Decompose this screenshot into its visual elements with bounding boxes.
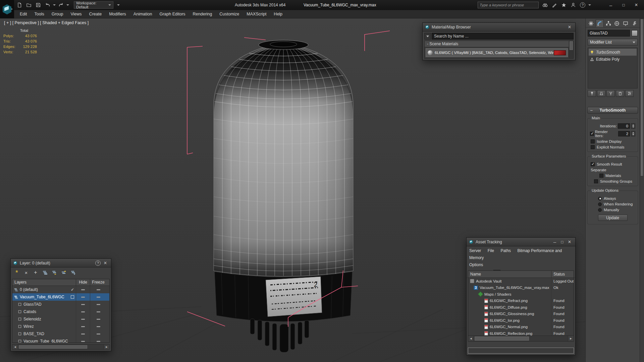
asset-menu-server[interactable]: Server [469,248,481,253]
asset-maximize-button[interactable] [558,239,566,245]
undo-button[interactable] [44,1,52,9]
table-row[interactable]: Maps / Shaders [468,291,574,298]
material-list-scrollbar[interactable] [569,41,573,58]
always-radio[interactable] [598,197,602,200]
scroll-left-icon[interactable]: ◄ [468,336,474,341]
object-name-field[interactable]: GlassTAD [588,30,630,37]
command-panel-scrollbar[interactable] [640,18,644,362]
undo-dropdown-icon[interactable] [53,4,56,6]
tab-modify[interactable] [596,19,604,27]
save-file-button[interactable] [34,1,42,9]
tab-motion[interactable] [613,19,621,27]
when-rendering-radio[interactable] [598,202,602,206]
workspace-extra-dropdown[interactable] [115,1,121,9]
sign-in-button[interactable] [570,1,577,9]
scroll-right-icon[interactable]: ► [568,336,574,341]
layer-close-button[interactable] [102,260,109,266]
layer-row-selected[interactable]: Vacuum_Tube_6L6WGC [12,293,109,301]
column-hide[interactable]: Hide [76,279,90,286]
materials-checkbox[interactable] [599,174,603,178]
vacuum-tube-model[interactable]: 2 [214,40,353,352]
menu-rendering[interactable]: Rendering [189,10,216,18]
material-entry[interactable]: 6L6WGC ( VRayMtl ) [BASE_TAD, Catods, Gl… [426,48,568,57]
material-browser-close-button[interactable] [566,24,573,31]
redo-dropdown-icon[interactable] [66,4,69,6]
create-layer-button[interactable] [13,269,20,276]
layer-help-button[interactable] [94,260,102,266]
menu-help[interactable]: Help [270,10,286,18]
object-row[interactable]: BASE_TAD [12,330,109,338]
remove-modifier-button[interactable] [616,90,624,97]
table-row[interactable]: 6L6WGC_Glossiness.png Found [468,311,574,317]
asset-horizontal-scrollbar[interactable]: ◄ ► [468,336,574,341]
global-search[interactable] [478,2,539,8]
help-button[interactable] [579,1,586,9]
iterations-spinner[interactable] [631,123,635,129]
search-keyword-button[interactable] [541,1,549,9]
tab-utilities[interactable] [630,19,638,27]
menu-animation[interactable]: Animation [130,10,156,18]
configure-modifier-sets-button[interactable] [625,90,634,97]
smoothing-groups-checkbox[interactable] [594,179,598,183]
highlight-layer-button[interactable] [51,269,58,276]
viewport-label[interactable]: [ + ] [ Perspective ] [ Shaded + Edged F… [4,20,89,25]
table-row[interactable]: Vacuum_Tube_6L6WGC_max_vray.max Ok [468,285,574,291]
search-input[interactable] [480,3,537,7]
scrollbar-thumb[interactable] [475,337,529,341]
isoline-display-checkbox[interactable] [591,139,595,143]
material-browser-titlebar[interactable]: Material/Map Browser [423,23,575,32]
iterations-field[interactable]: 0 [618,123,630,129]
menu-maxscript[interactable]: MAXScript [243,10,270,18]
object-color-swatch[interactable] [632,30,638,36]
workspace-selector[interactable]: Workspace: Default [74,1,113,9]
communication-center-button[interactable] [551,1,558,9]
menu-tools[interactable]: Tools [31,10,48,18]
menu-graph-editors[interactable]: Graph Editors [156,10,189,18]
column-layers[interactable]: Layers [12,279,76,286]
table-row[interactable]: 6L6WGC_Diffuse.png Found [468,304,574,311]
asset-tracking-titlebar[interactable]: Asset Tracking [467,238,575,246]
app-logo-button[interactable] [0,0,14,18]
stack-item-editable-poly[interactable]: Editable Poly [589,56,637,63]
material-search-input[interactable] [432,33,574,40]
minimize-button[interactable] [605,1,616,9]
menu-modifiers[interactable]: Modifiers [105,10,130,18]
scrollbar-thumb[interactable] [19,345,87,349]
smooth-result-checkbox[interactable] [591,162,595,166]
stack-item-turbosmooth[interactable]: TurboSmooth [589,49,637,56]
object-row[interactable]: Vacuum_Tube_6L6WGC [12,338,109,343]
select-layer-button[interactable] [41,269,49,276]
freeze-layer-button[interactable] [69,269,77,276]
delete-layer-button[interactable] [22,269,30,276]
column-name[interactable]: Name [468,271,551,278]
menu-group[interactable]: Group [48,10,67,18]
add-to-layer-button[interactable] [32,269,39,276]
close-button[interactable] [631,1,642,9]
table-row[interactable]: Autodesk Vault Logged Out [468,278,574,285]
table-row[interactable]: 6L6WGC_Normal.png Found [468,324,574,330]
asset-menu-file[interactable]: File [488,248,494,253]
asset-close-button[interactable] [566,239,573,245]
make-unique-button[interactable] [606,90,615,97]
tab-create[interactable] [587,19,595,27]
redo-button[interactable] [57,1,65,9]
open-file-button[interactable] [25,1,33,9]
explicit-normals-checkbox[interactable] [591,145,595,149]
asset-minimize-button[interactable] [551,239,558,245]
menu-views[interactable]: Views [67,10,85,18]
object-row[interactable]: Catods [12,308,109,315]
asset-menu-paths[interactable]: Paths [500,248,511,253]
object-row[interactable]: Wirez [12,323,109,330]
menu-edit[interactable]: Edit [16,10,31,18]
asset-menu-options[interactable]: Options [469,262,483,267]
table-row[interactable]: 6L6WGC_Ior.png Found [468,317,574,324]
layer-window-titlebar[interactable]: Layer: 0 (default) [11,259,111,267]
tab-display[interactable] [622,19,630,27]
scene-materials-section-header[interactable]: - Scene Materials [425,41,573,47]
pin-stack-button[interactable] [588,90,596,97]
table-row[interactable]: 6L6GWC_Refract.png Found [468,298,574,304]
browser-options-button[interactable] [424,33,431,40]
turbosmooth-rollout-header[interactable]: TurboSmooth [587,107,638,114]
menu-create[interactable]: Create [86,10,106,18]
scroll-right-icon[interactable]: ► [104,345,109,349]
